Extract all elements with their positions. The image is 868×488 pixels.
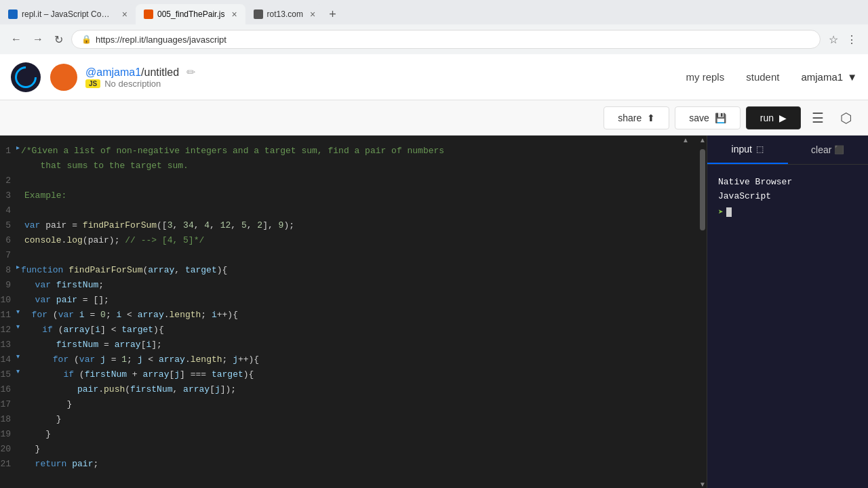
address-input[interactable]: 🔒 https://repl.it/languages/javascript <box>71 30 821 49</box>
line-num-8: 8 <box>0 263 16 278</box>
code-row-3: 3 Example: <box>0 188 698 203</box>
code-text-19: } <box>24 427 51 442</box>
scroll-down-arrow-icon: ▼ <box>699 481 706 488</box>
code-row-2: 2 <box>0 174 698 188</box>
line-num-10: 10 <box>0 293 16 308</box>
browser-actions: ☆ ⋮ <box>826 30 860 49</box>
no-collapse-6 <box>16 233 24 248</box>
code-text-7 <box>24 248 30 263</box>
console-title-line1: Native Browser <box>718 176 857 190</box>
header-nav: my repls student amjama1 ▼ <box>686 71 857 83</box>
no-collapse-2 <box>16 174 24 188</box>
no-collapse-10 <box>16 293 24 308</box>
tab-3-close[interactable]: × <box>310 9 315 20</box>
tab-2-favicon <box>144 9 153 19</box>
no-collapse-16 <box>16 382 24 397</box>
tab-2-label: 005_findThePair.js <box>157 9 224 19</box>
scrollbar-thumb[interactable] <box>700 149 705 230</box>
code-text-9: var firstNum; <box>24 278 104 293</box>
tab-2-close[interactable]: × <box>231 9 237 20</box>
code-row-12: 12 ▾ if (array[i] < target){ <box>0 323 698 338</box>
code-lines[interactable]: ▲ 1 ▸ /*Given a list of non-negative int… <box>0 136 698 488</box>
no-collapse-9 <box>16 278 24 293</box>
line-num-18: 18 <box>0 412 16 427</box>
code-row-17: 17 } <box>0 397 698 412</box>
collapse-14[interactable]: ▾ <box>16 352 20 367</box>
code-text-21: return pair; <box>24 457 98 472</box>
no-collapse-4 <box>16 203 24 218</box>
line-num-20: 20 <box>0 442 16 457</box>
code-text-16: pair.push(firstNum, array[j]); <box>24 382 236 397</box>
code-text-3: Example: <box>24 188 66 203</box>
collapse-12[interactable]: ▾ <box>16 323 20 338</box>
no-collapse-7 <box>16 248 24 263</box>
save-button[interactable]: save 💾 <box>675 106 741 129</box>
code-row-13: 13 firstNum = array[i]; <box>0 338 698 352</box>
line-num-3: 3 <box>0 188 16 203</box>
save-icon: 💾 <box>715 113 726 123</box>
my-repls-link[interactable]: my repls <box>686 71 725 83</box>
code-text-1: /*Given a list of non-negative integers … <box>21 144 444 159</box>
console-prompt: ➤ <box>718 207 857 218</box>
code-text-15: if (firstNum + array[j] === target){ <box>21 367 254 382</box>
code-row-11: 11 ▾ for (var i = 0; i < array.length; i… <box>0 308 698 323</box>
run-icon: ▶ <box>779 113 787 123</box>
user-avatar <box>50 64 77 91</box>
tab-3[interactable]: rot13.com × <box>245 4 324 24</box>
clear-tab[interactable]: clear ⬛ <box>788 136 869 164</box>
browser-menu-button[interactable]: ⋮ <box>844 30 860 49</box>
collapse-11[interactable]: ▾ <box>16 308 20 323</box>
code-row-8: 8 ▸ function findPairForSum(array, targe… <box>0 263 698 278</box>
back-button[interactable]: ← <box>8 30 24 48</box>
line-num-1b <box>0 159 16 174</box>
tab-1-close[interactable]: × <box>122 9 127 20</box>
editor-scrollbar[interactable]: ▲ ▼ <box>698 136 707 488</box>
forward-button[interactable]: → <box>30 30 46 48</box>
js-badge: JS <box>85 79 100 88</box>
settings-icon[interactable]: ☰ <box>806 104 829 131</box>
scroll-down-btn[interactable]: ▼ <box>698 480 707 488</box>
code-row-15: 15 ▾ if (firstNum + array[j] === target)… <box>0 367 698 382</box>
student-link[interactable]: student <box>746 71 779 83</box>
edit-icon[interactable]: ✏ <box>186 66 195 78</box>
line-num-19: 19 <box>0 427 16 442</box>
run-button[interactable]: run ▶ <box>746 106 801 129</box>
code-row-1: 1 ▸ /*Given a list of non-negative integ… <box>0 144 698 159</box>
user-menu-button[interactable]: amjama1 ▼ <box>801 71 857 83</box>
code-editor[interactable]: ▲ 1 ▸ /*Given a list of non-negative int… <box>0 136 707 488</box>
collapse-1[interactable]: ▸ <box>16 144 20 159</box>
scroll-up-btn[interactable]: ▲ <box>698 136 707 144</box>
line-num-1: 1 <box>0 144 16 159</box>
code-text-11: for (var i = 0; i < array.length; i++){ <box>21 308 238 323</box>
input-tab[interactable]: input ⬚ <box>707 136 788 164</box>
reload-button[interactable]: ↻ <box>52 30 66 49</box>
code-row-14: 14 ▾ for (var j = 1; j < array.length; j… <box>0 352 698 367</box>
new-tab-button[interactable]: + <box>323 7 342 22</box>
tab-1[interactable]: repl.it – JavaScript Comp… × <box>0 4 136 24</box>
username-link[interactable]: @amjama1 <box>85 66 141 78</box>
no-collapse-17 <box>16 397 24 412</box>
code-text-6: console.log(pair); // --> [4, 5]*/ <box>24 233 204 248</box>
tab-3-label: rot13.com <box>267 9 303 19</box>
save-label: save <box>689 113 709 123</box>
tab-2[interactable]: 005_findThePair.js × <box>136 4 245 24</box>
collapse-15[interactable]: ▾ <box>16 367 20 382</box>
bookmark-button[interactable]: ☆ <box>826 30 841 49</box>
scroll-top-indicator: ▲ <box>0 136 698 144</box>
cube-icon[interactable]: ⬡ <box>835 104 857 131</box>
code-text-18: } <box>24 412 62 427</box>
share-button[interactable]: share ⬆ <box>604 106 669 129</box>
no-collapse-19 <box>16 427 24 442</box>
collapse-8[interactable]: ▸ <box>16 263 20 278</box>
code-text-1b: that sums to the target sum. <box>24 159 189 174</box>
input-tab-icon: ⬚ <box>756 144 764 154</box>
logo[interactable] <box>11 62 41 92</box>
line-num-21: 21 <box>0 457 16 472</box>
code-text-2 <box>24 174 30 188</box>
line-num-14: 14 <box>0 352 16 367</box>
toolbar: share ⬆ save 💾 run ▶ ☰ ⬡ <box>0 100 868 136</box>
clear-tab-icon: ⬛ <box>834 145 844 155</box>
description-text: No description <box>104 79 161 89</box>
line-num-17: 17 <box>0 397 16 412</box>
scroll-up-arrow: ▲ <box>682 136 689 144</box>
